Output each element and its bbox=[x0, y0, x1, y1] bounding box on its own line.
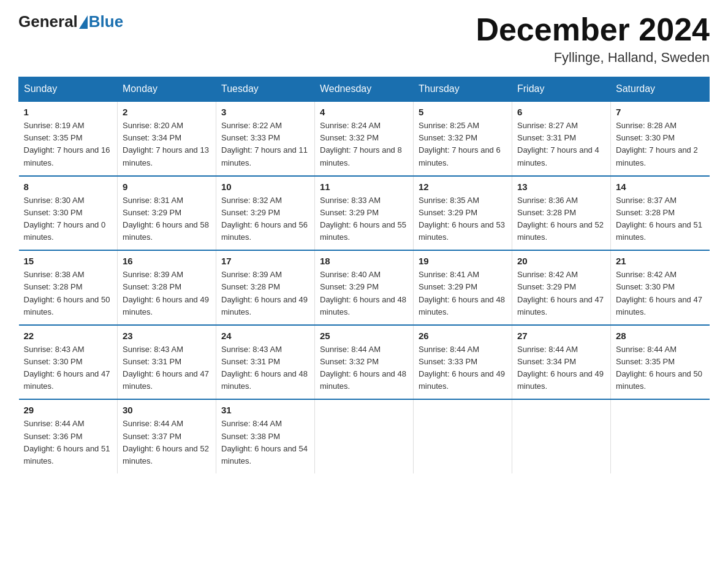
day-info: Sunrise: 8:44 AMSunset: 3:33 PMDaylight:… bbox=[419, 343, 507, 393]
calendar-cell bbox=[315, 399, 414, 473]
day-number: 24 bbox=[221, 331, 309, 341]
day-info: Sunrise: 8:44 AMSunset: 3:38 PMDaylight:… bbox=[221, 418, 309, 467]
calendar-cell: 12 Sunrise: 8:35 AMSunset: 3:29 PMDaylig… bbox=[414, 176, 512, 251]
calendar-cell: 7 Sunrise: 8:28 AMSunset: 3:30 PMDayligh… bbox=[611, 101, 710, 176]
day-number: 13 bbox=[517, 182, 605, 192]
day-number: 29 bbox=[24, 405, 113, 415]
day-info: Sunrise: 8:32 AMSunset: 3:29 PMDaylight:… bbox=[221, 194, 309, 244]
logo-general-text: General bbox=[18, 12, 78, 31]
calendar-cell: 1 Sunrise: 8:19 AMSunset: 3:35 PMDayligh… bbox=[19, 101, 118, 176]
month-title: December 2024 bbox=[476, 12, 710, 47]
header-wednesday: Wednesday bbox=[315, 77, 414, 102]
calendar-cell: 31 Sunrise: 8:44 AMSunset: 3:38 PMDaylig… bbox=[216, 399, 315, 473]
calendar-cell: 9 Sunrise: 8:31 AMSunset: 3:29 PMDayligh… bbox=[118, 176, 216, 251]
day-info: Sunrise: 8:44 AMSunset: 3:37 PMDaylight:… bbox=[123, 418, 211, 467]
calendar-cell: 5 Sunrise: 8:25 AMSunset: 3:32 PMDayligh… bbox=[414, 101, 512, 176]
calendar-cell: 20 Sunrise: 8:42 AMSunset: 3:29 PMDaylig… bbox=[512, 250, 611, 325]
calendar-cell: 23 Sunrise: 8:43 AMSunset: 3:31 PMDaylig… bbox=[118, 325, 216, 400]
calendar-cell: 6 Sunrise: 8:27 AMSunset: 3:31 PMDayligh… bbox=[512, 101, 611, 176]
weekday-header-row: Sunday Monday Tuesday Wednesday Thursday… bbox=[19, 77, 710, 102]
day-info: Sunrise: 8:41 AMSunset: 3:29 PMDaylight:… bbox=[419, 269, 507, 318]
day-number: 14 bbox=[616, 182, 705, 192]
logo-triangle-icon bbox=[79, 15, 88, 29]
header-saturday: Saturday bbox=[611, 77, 710, 102]
calendar-cell: 2 Sunrise: 8:20 AMSunset: 3:34 PMDayligh… bbox=[118, 101, 216, 176]
calendar-cell: 24 Sunrise: 8:43 AMSunset: 3:31 PMDaylig… bbox=[216, 325, 315, 400]
day-number: 10 bbox=[221, 182, 309, 192]
header-friday: Friday bbox=[512, 77, 611, 102]
day-number: 26 bbox=[419, 331, 507, 341]
logo-blue-text: Blue bbox=[89, 12, 123, 31]
day-info: Sunrise: 8:44 AMSunset: 3:34 PMDaylight:… bbox=[517, 343, 605, 393]
day-info: Sunrise: 8:22 AMSunset: 3:33 PMDaylight:… bbox=[221, 120, 309, 169]
calendar-cell: 29 Sunrise: 8:44 AMSunset: 3:36 PMDaylig… bbox=[19, 399, 118, 473]
header-sunday: Sunday bbox=[19, 77, 118, 102]
calendar-cell bbox=[414, 399, 512, 473]
calendar-table: Sunday Monday Tuesday Wednesday Thursday… bbox=[18, 77, 710, 473]
calendar-cell: 4 Sunrise: 8:24 AMSunset: 3:32 PMDayligh… bbox=[315, 101, 414, 176]
calendar-cell: 8 Sunrise: 8:30 AMSunset: 3:30 PMDayligh… bbox=[19, 176, 118, 251]
logo: General Blue bbox=[18, 12, 123, 31]
day-number: 21 bbox=[616, 256, 705, 266]
location-text: Fyllinge, Halland, Sweden bbox=[476, 50, 710, 66]
day-number: 8 bbox=[24, 182, 113, 192]
day-number: 19 bbox=[419, 256, 507, 266]
day-number: 6 bbox=[517, 107, 605, 117]
day-info: Sunrise: 8:43 AMSunset: 3:30 PMDaylight:… bbox=[24, 343, 113, 393]
day-number: 5 bbox=[419, 107, 507, 117]
calendar-cell: 25 Sunrise: 8:44 AMSunset: 3:32 PMDaylig… bbox=[315, 325, 414, 400]
day-number: 31 bbox=[221, 405, 309, 415]
calendar-cell bbox=[512, 399, 611, 473]
calendar-body: 1 Sunrise: 8:19 AMSunset: 3:35 PMDayligh… bbox=[19, 101, 710, 473]
day-number: 28 bbox=[616, 331, 705, 341]
calendar-week-row: 29 Sunrise: 8:44 AMSunset: 3:36 PMDaylig… bbox=[19, 399, 710, 473]
calendar-header: Sunday Monday Tuesday Wednesday Thursday… bbox=[19, 77, 710, 102]
calendar-cell: 17 Sunrise: 8:39 AMSunset: 3:28 PMDaylig… bbox=[216, 250, 315, 325]
day-number: 1 bbox=[24, 107, 113, 117]
calendar-week-row: 15 Sunrise: 8:38 AMSunset: 3:28 PMDaylig… bbox=[19, 250, 710, 325]
day-number: 16 bbox=[123, 256, 211, 266]
calendar-cell bbox=[611, 399, 710, 473]
calendar-cell: 22 Sunrise: 8:43 AMSunset: 3:30 PMDaylig… bbox=[19, 325, 118, 400]
calendar-cell: 14 Sunrise: 8:37 AMSunset: 3:28 PMDaylig… bbox=[611, 176, 710, 251]
day-info: Sunrise: 8:42 AMSunset: 3:29 PMDaylight:… bbox=[517, 269, 605, 318]
calendar-cell: 10 Sunrise: 8:32 AMSunset: 3:29 PMDaylig… bbox=[216, 176, 315, 251]
day-number: 30 bbox=[123, 405, 211, 415]
header-monday: Monday bbox=[118, 77, 216, 102]
day-info: Sunrise: 8:44 AMSunset: 3:36 PMDaylight:… bbox=[24, 418, 113, 467]
calendar-week-row: 8 Sunrise: 8:30 AMSunset: 3:30 PMDayligh… bbox=[19, 176, 710, 251]
calendar-cell: 30 Sunrise: 8:44 AMSunset: 3:37 PMDaylig… bbox=[118, 399, 216, 473]
day-number: 20 bbox=[517, 256, 605, 266]
calendar-cell: 19 Sunrise: 8:41 AMSunset: 3:29 PMDaylig… bbox=[414, 250, 512, 325]
day-number: 18 bbox=[320, 256, 408, 266]
calendar-cell: 15 Sunrise: 8:38 AMSunset: 3:28 PMDaylig… bbox=[19, 250, 118, 325]
day-info: Sunrise: 8:44 AMSunset: 3:35 PMDaylight:… bbox=[616, 343, 705, 393]
calendar-cell: 26 Sunrise: 8:44 AMSunset: 3:33 PMDaylig… bbox=[414, 325, 512, 400]
day-number: 27 bbox=[517, 331, 605, 341]
day-number: 2 bbox=[123, 107, 211, 117]
day-number: 22 bbox=[24, 331, 113, 341]
day-info: Sunrise: 8:40 AMSunset: 3:29 PMDaylight:… bbox=[320, 269, 408, 318]
calendar-cell: 13 Sunrise: 8:36 AMSunset: 3:28 PMDaylig… bbox=[512, 176, 611, 251]
day-info: Sunrise: 8:30 AMSunset: 3:30 PMDaylight:… bbox=[24, 194, 113, 244]
day-info: Sunrise: 8:43 AMSunset: 3:31 PMDaylight:… bbox=[123, 343, 211, 393]
day-info: Sunrise: 8:25 AMSunset: 3:32 PMDaylight:… bbox=[419, 120, 507, 169]
day-number: 9 bbox=[123, 182, 211, 192]
day-info: Sunrise: 8:38 AMSunset: 3:28 PMDaylight:… bbox=[24, 269, 113, 318]
day-info: Sunrise: 8:36 AMSunset: 3:28 PMDaylight:… bbox=[517, 194, 605, 244]
day-info: Sunrise: 8:39 AMSunset: 3:28 PMDaylight:… bbox=[221, 269, 309, 318]
day-number: 17 bbox=[221, 256, 309, 266]
page-header: General Blue December 2024 Fyllinge, Hal… bbox=[18, 12, 710, 66]
day-number: 3 bbox=[221, 107, 309, 117]
day-number: 7 bbox=[616, 107, 705, 117]
day-info: Sunrise: 8:42 AMSunset: 3:30 PMDaylight:… bbox=[616, 269, 705, 318]
day-info: Sunrise: 8:37 AMSunset: 3:28 PMDaylight:… bbox=[616, 194, 705, 244]
day-info: Sunrise: 8:27 AMSunset: 3:31 PMDaylight:… bbox=[517, 120, 605, 169]
title-block: December 2024 Fyllinge, Halland, Sweden bbox=[476, 12, 710, 66]
calendar-cell: 18 Sunrise: 8:40 AMSunset: 3:29 PMDaylig… bbox=[315, 250, 414, 325]
day-info: Sunrise: 8:20 AMSunset: 3:34 PMDaylight:… bbox=[123, 120, 211, 169]
day-number: 15 bbox=[24, 256, 113, 266]
header-thursday: Thursday bbox=[414, 77, 512, 102]
day-number: 23 bbox=[123, 331, 211, 341]
header-tuesday: Tuesday bbox=[216, 77, 315, 102]
